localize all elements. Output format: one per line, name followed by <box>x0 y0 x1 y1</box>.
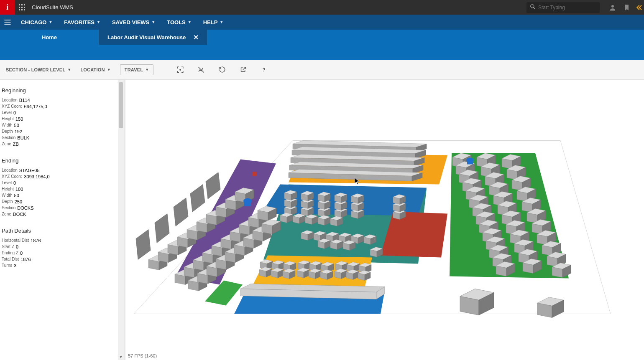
svg-marker-39 <box>155 214 169 243</box>
search-input[interactable] <box>538 5 596 10</box>
prop-label: Height <box>2 117 14 122</box>
svg-point-11 <box>611 5 614 8</box>
toolbar: SECTION - LOWER LEVEL▼ LOCATION▼ TRAVEL▼ <box>0 60 644 80</box>
menu-favorites[interactable]: FAVORITES▼ <box>58 15 106 30</box>
path-details-title: Path Details <box>2 228 121 234</box>
menu-saved-views[interactable]: SAVED VIEWS▼ <box>106 15 161 30</box>
scrollbar[interactable]: ▼ <box>118 80 124 360</box>
prop-row: SectionDOCKS <box>2 205 121 210</box>
prop-value: 3093,1984,0 <box>24 174 49 179</box>
prop-row: Depth192 <box>2 129 121 134</box>
prop-row: LocationB114 <box>2 98 121 103</box>
prop-value: 100 <box>15 187 23 192</box>
prop-value: 0 <box>13 110 16 115</box>
bookmark-icon[interactable] <box>620 0 634 15</box>
prop-label: Height <box>2 187 14 192</box>
prop-value: ZB <box>13 142 19 147</box>
refresh-icon[interactable] <box>216 64 228 76</box>
svg-marker-41 <box>190 185 205 212</box>
prop-row: LocationSTAGE05 <box>2 168 121 173</box>
caret-down-icon: ▼ <box>145 68 149 72</box>
prop-value: DOCKS <box>17 205 33 210</box>
prop-label: Horizontal Dist <box>2 238 29 243</box>
menu-label: HELP <box>203 19 218 25</box>
prop-value: 3 <box>14 263 16 268</box>
svg-rect-8 <box>24 9 25 10</box>
caret-down-icon: ▼ <box>67 68 71 72</box>
brand-logo[interactable]: i <box>0 0 15 15</box>
tab-home[interactable]: Home <box>0 30 99 45</box>
menu-tools[interactable]: TOOLS▼ <box>161 15 197 30</box>
prop-value: 0 <box>20 251 23 256</box>
details-panel: Beginning LocationB114 XYZ Coord664,1275… <box>0 80 124 360</box>
collapse-panel-icon[interactable] <box>634 4 644 11</box>
caret-down-icon: ▼ <box>107 68 111 72</box>
prop-value: 250 <box>15 199 22 204</box>
caret-down-icon: ▼ <box>188 20 192 24</box>
prop-row: Turns3 <box>2 263 121 268</box>
open-external-icon[interactable] <box>237 64 249 76</box>
global-search[interactable] <box>526 2 600 13</box>
filter-location[interactable]: LOCATION▼ <box>80 67 110 72</box>
prop-label: Zone <box>2 212 11 217</box>
svg-marker-42 <box>206 172 220 199</box>
prop-label: Section <box>2 135 15 140</box>
svg-rect-50 <box>253 172 257 176</box>
filter-label: TRAVEL <box>125 67 143 72</box>
top-bar: i CloudSuite WMS <box>0 0 644 15</box>
prop-value: 1876 <box>31 238 41 243</box>
menu-label: TOOLS <box>167 19 186 25</box>
svg-point-15 <box>180 69 181 70</box>
prop-label: Zone <box>2 142 11 147</box>
menu-chicago[interactable]: CHICAGO▼ <box>15 15 58 30</box>
svg-line-16 <box>199 67 204 73</box>
prop-label: Location <box>2 98 18 103</box>
warehouse-3d-canvas[interactable]: 57 FPS (1-60) <box>125 80 644 360</box>
prop-value: 50 <box>14 193 19 198</box>
prop-value: 664,1275,0 <box>24 104 47 109</box>
filter-label: SECTION - LOWER LEVEL <box>6 67 65 72</box>
filter-travel[interactable]: TRAVEL▼ <box>120 64 154 75</box>
warehouse-svg <box>125 80 644 360</box>
prop-label: Total Dist <box>2 257 19 262</box>
close-icon[interactable]: ✕ <box>193 33 199 41</box>
app-title: CloudSuite WMS <box>32 4 73 10</box>
menu-help[interactable]: HELP▼ <box>197 15 230 30</box>
svg-rect-1 <box>21 4 23 5</box>
fps-counter: 57 FPS (1-60) <box>128 353 157 358</box>
menu-label: CHICAGO <box>21 19 46 25</box>
filter-section[interactable]: SECTION - LOWER LEVEL▼ <box>6 67 71 72</box>
prop-label: Location <box>2 168 18 173</box>
tab-labor-audit[interactable]: Labor Audit Visual Warehouse ✕ <box>99 30 207 45</box>
sub-header <box>0 45 644 60</box>
prop-row: ZoneDOCK <box>2 212 121 217</box>
svg-rect-5 <box>24 7 25 8</box>
svg-marker-38 <box>136 230 151 260</box>
svg-rect-6 <box>19 9 20 10</box>
path-off-icon[interactable] <box>195 64 207 76</box>
scroll-down-icon[interactable]: ▼ <box>118 353 124 360</box>
svg-line-17 <box>243 67 245 70</box>
prop-label: Ending Z <box>2 251 18 256</box>
prop-row: Width50 <box>2 123 121 128</box>
prop-row: Height150 <box>2 117 121 122</box>
help-icon[interactable] <box>258 64 270 76</box>
search-icon <box>530 4 536 11</box>
prop-row: Depth250 <box>2 199 121 204</box>
svg-rect-2 <box>24 4 25 5</box>
svg-point-18 <box>264 71 264 71</box>
hamburger-icon[interactable] <box>0 15 15 30</box>
prop-value: 0 <box>13 180 16 185</box>
focus-icon[interactable] <box>174 64 186 76</box>
caret-down-icon: ▼ <box>49 20 52 24</box>
prop-value: 1876 <box>20 257 31 262</box>
app-launcher-icon[interactable] <box>15 4 29 11</box>
prop-row: Height100 <box>2 187 121 192</box>
prop-value: STAGE05 <box>19 168 40 173</box>
prop-value: 0 <box>16 244 18 249</box>
user-icon[interactable] <box>606 0 620 15</box>
prop-label: XYZ Coord <box>2 174 22 179</box>
caret-down-icon: ▼ <box>220 20 223 24</box>
prop-value: B114 <box>19 98 30 103</box>
scrollbar-thumb[interactable] <box>119 82 123 128</box>
